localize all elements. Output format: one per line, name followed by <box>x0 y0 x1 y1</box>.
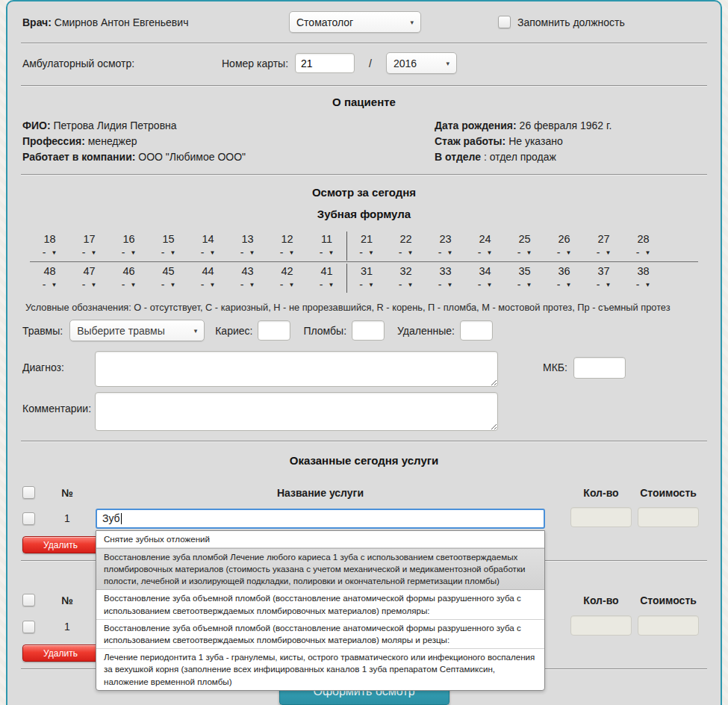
chevron-down-icon: ▼ <box>447 249 452 256</box>
remember-position-checkbox[interactable] <box>498 16 511 28</box>
removed-input[interactable] <box>460 320 493 341</box>
chevron-down-icon: ▼ <box>644 249 650 256</box>
trauma-select[interactable]: Выберите травмы ▾ <box>69 320 205 341</box>
chevron-down-icon: ▼ <box>51 282 57 288</box>
tooth-cell-46: 46-▼ <box>109 264 149 293</box>
mkb-input[interactable] <box>573 357 626 379</box>
chevron-down-icon: ▼ <box>288 249 294 256</box>
doctor-position-select[interactable]: Стоматолог ▾ <box>289 11 421 33</box>
chevron-down-icon: ▼ <box>368 282 374 288</box>
tooth-status-select-21[interactable]: -▼ <box>359 246 374 258</box>
chevron-down-icon: ▼ <box>605 249 611 256</box>
col-header-num: № <box>52 594 82 606</box>
tooth-status-select-47[interactable]: -▼ <box>82 279 97 291</box>
tooth-status-select-45[interactable]: -▼ <box>161 279 176 291</box>
chevron-down-icon: ▼ <box>407 282 413 288</box>
service-qty-input[interactable] <box>570 615 632 636</box>
patient-fio: ФИО: Петрова Лидия Петровна <box>22 118 435 134</box>
delete-service-button[interactable]: Удалить <box>22 645 99 662</box>
tooth-status-select-26[interactable]: -▼ <box>557 246 572 258</box>
tooth-status-select-12[interactable]: -▼ <box>280 246 295 258</box>
tooth-status-select-48[interactable]: -▼ <box>43 279 57 291</box>
card-year-select[interactable]: 2016 ▾ <box>386 52 457 74</box>
tooth-status-select-28[interactable]: -▼ <box>636 246 651 258</box>
tooth-status-select-41[interactable]: -▼ <box>320 279 335 291</box>
autocomplete-item-highlighted[interactable]: Восстановление зуба пломбой Лечение любо… <box>96 548 544 591</box>
tooth-status-select-27[interactable]: -▼ <box>597 246 612 258</box>
chevron-down-icon: ▼ <box>249 249 255 256</box>
select-all-checkbox[interactable] <box>22 486 35 499</box>
tooth-status-select-25[interactable]: -▼ <box>517 246 532 258</box>
tooth-cell-23: 23-▼ <box>426 232 465 261</box>
tooth-cell-26: 26-▼ <box>544 232 584 261</box>
chevron-down-icon: ▼ <box>169 249 175 256</box>
comments-textarea[interactable] <box>95 392 498 431</box>
tooth-cell-34: 34-▼ <box>465 264 505 293</box>
tooth-status-select-18[interactable]: -▼ <box>43 246 57 258</box>
tooth-cell-22: 22-▼ <box>386 232 426 261</box>
tooth-status-select-23[interactable]: -▼ <box>438 246 453 258</box>
tooth-status-select-44[interactable]: -▼ <box>201 279 216 291</box>
row-checkbox[interactable] <box>22 512 35 525</box>
tooth-status-select-31[interactable]: -▼ <box>359 279 374 291</box>
tooth-status-select-15[interactable]: -▼ <box>161 246 176 258</box>
col-header-name: Название услуги <box>96 487 545 499</box>
tooth-status-select-24[interactable]: -▼ <box>478 246 493 258</box>
chevron-down-icon: ▼ <box>51 249 57 256</box>
tooth-status-select-36[interactable]: -▼ <box>557 279 572 291</box>
service-name-input[interactable]: Зуб <box>96 509 545 529</box>
doctor-label: Врач: <box>22 16 52 28</box>
tooth-status-select-13[interactable]: -▼ <box>240 246 255 258</box>
service-qty-input[interactable] <box>570 507 632 527</box>
tooth-status-select-34[interactable]: -▼ <box>478 279 493 291</box>
tooth-status-select-46[interactable]: -▼ <box>122 279 137 291</box>
doctor-name-label: Врач: Смирнов Антон Евгеньевич <box>22 16 289 28</box>
chevron-down-icon: ▼ <box>209 249 215 256</box>
tooth-cell-38: 38-▼ <box>623 264 663 293</box>
chevron-down-icon: ▼ <box>368 249 374 256</box>
tooth-status-select-11[interactable]: -▼ <box>320 246 335 258</box>
remember-position-group: Запомнить должность <box>498 16 625 28</box>
tooth-cell-48: 48-▼ <box>30 264 69 293</box>
service-autocomplete-dropdown: Снятие зубных отложений Восстановление з… <box>96 530 545 691</box>
chevron-down-icon: ▾ <box>446 60 449 67</box>
autocomplete-item[interactable]: Восстановление зуба объемной пломбой (во… <box>96 590 544 619</box>
autocomplete-item[interactable]: Лечение периодонтита 1 зуба - гранулемы,… <box>96 649 544 690</box>
tooth-status-select-17[interactable]: -▼ <box>82 246 97 258</box>
tooth-status-select-22[interactable]: -▼ <box>399 246 414 258</box>
tooth-cell-37: 37-▼ <box>584 264 623 293</box>
tooth-status-select-37[interactable]: -▼ <box>597 279 612 291</box>
delete-service-button[interactable]: Удалить <box>22 536 99 553</box>
tooth-cell-11: 11-▼ <box>307 232 346 261</box>
exam-title: Осмотр за сегодня <box>7 186 721 199</box>
chevron-down-icon: ▼ <box>288 282 294 288</box>
caries-input[interactable] <box>258 320 290 341</box>
tooth-status-select-38[interactable]: -▼ <box>636 279 651 291</box>
tooth-status-select-43[interactable]: -▼ <box>240 279 255 291</box>
tooth-cell-43: 43-▼ <box>228 264 267 293</box>
tooth-status-select-16[interactable]: -▼ <box>122 246 137 258</box>
card-year-value: 2016 <box>393 58 417 69</box>
select-all-checkbox[interactable] <box>22 594 35 606</box>
tooth-status-select-42[interactable]: -▼ <box>280 279 295 291</box>
col-header-qty: Кол-во <box>570 487 632 499</box>
row-checkbox[interactable] <box>22 621 35 633</box>
teeth-row-upper: 18-▼ 17-▼ 16-▼ 15-▼ 14-▼ 13-▼ 12-▼ 11-▼ … <box>7 232 721 261</box>
tooth-cell-13: 13-▼ <box>228 232 267 261</box>
card-number-input[interactable] <box>295 53 355 73</box>
autocomplete-item[interactable]: Восстановление зуба объемной пломбой (во… <box>96 620 544 649</box>
exam-section: Осмотр за сегодня Зубная формула 18-▼ 17… <box>7 186 721 441</box>
autocomplete-item[interactable]: Снятие зубных отложений <box>96 531 544 548</box>
chevron-down-icon: ▼ <box>328 249 334 256</box>
fillings-input[interactable] <box>352 320 385 341</box>
tooth-status-select-35[interactable]: -▼ <box>517 279 532 291</box>
tooth-status-select-32[interactable]: -▼ <box>399 279 414 291</box>
doctor-bar: Врач: Смирнов Антон Евгеньевич Стоматоло… <box>7 1 721 43</box>
tooth-status-select-33[interactable]: -▼ <box>438 279 453 291</box>
diagnosis-textarea[interactable] <box>95 351 498 387</box>
chevron-down-icon: ▼ <box>486 282 492 288</box>
tooth-cell-28: 28-▼ <box>623 232 663 261</box>
tooth-status-select-14[interactable]: -▼ <box>201 246 216 258</box>
service-cost-input[interactable] <box>638 615 699 636</box>
service-cost-input[interactable] <box>638 507 699 527</box>
